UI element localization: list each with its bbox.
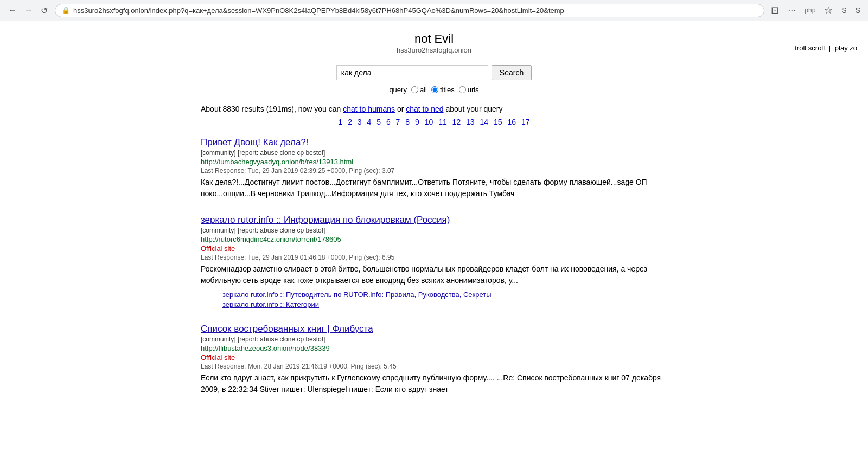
results-summary: About 8830 results (191ms), now you can — [201, 105, 341, 113]
browser-actions: ⊡ ··· php ☆ S S — [769, 3, 863, 17]
page-link-15[interactable]: 15 — [494, 118, 502, 126]
troll-scroll-link[interactable]: troll scroll — [795, 44, 825, 52]
result-url-link-1[interactable]: http://tumbachegvyaadyq.onion/b/res/1391… — [201, 158, 353, 166]
all-radio[interactable] — [411, 86, 418, 93]
pagination: 1 2 3 4 5 6 7 8 9 10 11 12 13 14 15 16 1… — [201, 118, 667, 126]
result-item-1: Привет Двощ! Как дела?![community] [repo… — [201, 137, 667, 199]
profile-button[interactable]: S — [839, 5, 848, 16]
lock-icon: 🔒 — [62, 7, 70, 14]
search-bar: Search — [201, 65, 667, 80]
forward-button[interactable]: → — [22, 4, 36, 16]
result-url-1: http://tumbachegvyaadyq.onion/b/res/1391… — [201, 158, 667, 166]
star-button[interactable]: ☆ — [822, 3, 835, 17]
page-link-4[interactable]: 4 — [367, 118, 372, 126]
result-ping-1: Last Response: Tue, 29 Jan 2019 02:39:25… — [201, 167, 667, 175]
sub-result-link-2-1[interactable]: зеркало rutor.info :: Категории — [222, 300, 667, 308]
more-button[interactable]: ··· — [786, 4, 798, 17]
result-title-link-3[interactable]: Список востребованных книг | Флибуста — [201, 324, 373, 334]
page-link-2[interactable]: 2 — [348, 118, 352, 126]
reload-button[interactable]: ↺ — [38, 4, 50, 17]
result-official-3: Official site — [201, 353, 667, 362]
page-link-17[interactable]: 17 — [521, 118, 530, 126]
page-link-1[interactable]: 1 — [338, 118, 342, 126]
result-ping-2: Last Response: Tue, 29 Jan 2019 01:46:18… — [201, 254, 667, 261]
result-url-2: http://rutorc6mqdinc4cz.onion/torrent/17… — [201, 235, 667, 243]
extensions-button[interactable]: ⊡ — [769, 3, 781, 17]
titles-radio[interactable] — [431, 86, 438, 93]
address-bar[interactable]: 🔒 hss3uro2hsxfogfq.onion/index.php?q=как… — [55, 4, 764, 17]
or-text: or — [397, 105, 406, 113]
result-snippet-1: Как дела?!...Достигнут лимит постов...До… — [201, 177, 667, 199]
page-link-14[interactable]: 14 — [480, 118, 489, 126]
result-title-1: Привет Двощ! Как дела?! — [201, 137, 667, 148]
result-meta-2: [community] [report: abuse clone cp best… — [201, 227, 667, 234]
back-button[interactable]: ← — [5, 4, 20, 16]
result-ping-3: Last Response: Mon, 28 Jan 2019 21:46:19… — [201, 363, 667, 370]
sync-button[interactable]: S — [853, 5, 863, 16]
page-link-13[interactable]: 13 — [466, 118, 475, 126]
play-zo-link[interactable]: play zo — [835, 44, 857, 52]
results-suffix: about your query — [445, 105, 502, 113]
result-title-link-1[interactable]: Привет Двощ! Как дела?! — [201, 137, 309, 147]
site-title: not Evil — [201, 32, 667, 46]
search-input[interactable] — [336, 65, 488, 80]
page-content: not Evil hss3uro2hsxfogfq.onion Search q… — [190, 21, 678, 421]
browser-chrome: ← → ↺ 🔒 hss3uro2hsxfogfq.onion/index.php… — [0, 0, 868, 21]
result-url-link-2[interactable]: http://rutorc6mqdinc4cz.onion/torrent/17… — [201, 235, 341, 243]
sub-results-2: зеркало rutor.info :: Путеводитель по RU… — [222, 291, 667, 308]
php-icon: php — [802, 5, 818, 15]
site-header: not Evil hss3uro2hsxfogfq.onion — [201, 32, 667, 54]
results-container: Привет Двощ! Как дела?![community] [repo… — [201, 137, 667, 395]
result-title-link-2[interactable]: зеркало rutor.info :: Информация по блок… — [201, 215, 450, 225]
result-snippet-3: Если кто вдруг знает, как прикрутить к Г… — [201, 372, 667, 395]
result-title-3: Список востребованных книг | Флибуста — [201, 324, 667, 334]
chat-to-ned-link[interactable]: chat to ned — [406, 105, 443, 113]
all-option[interactable]: all — [411, 86, 427, 94]
page-link-16[interactable]: 16 — [507, 118, 516, 126]
page-link-10[interactable]: 10 — [425, 118, 433, 126]
result-snippet-2: Роскомнадзор заметно сливает в этой битв… — [201, 263, 667, 286]
page-link-3[interactable]: 3 — [358, 118, 362, 126]
result-item-3: Список востребованных книг | Флибуста[co… — [201, 324, 667, 395]
search-button[interactable]: Search — [492, 65, 532, 80]
result-official-2: Official site — [201, 244, 667, 253]
search-options: query all titles urls — [201, 86, 667, 94]
result-url-link-3[interactable]: http://flibustahezeous3.onion/node/38339 — [201, 344, 330, 352]
page-link-7[interactable]: 7 — [396, 118, 400, 126]
query-label: query — [389, 86, 407, 94]
sub-result-link-2-0[interactable]: зеркало rutor.info :: Путеводитель по RU… — [222, 291, 667, 299]
separator: | — [829, 44, 831, 52]
result-url-3: http://flibustahezeous3.onion/node/38339 — [201, 344, 667, 352]
titles-option[interactable]: titles — [431, 86, 455, 94]
page-link-12[interactable]: 12 — [452, 118, 461, 126]
page-link-9[interactable]: 9 — [415, 118, 419, 126]
urls-option[interactable]: urls — [459, 86, 479, 94]
site-url: hss3uro2hsxfogfq.onion — [201, 46, 667, 54]
result-meta-3: [community] [report: abuse clone cp best… — [201, 335, 667, 343]
address-text: hss3uro2hsxfogfq.onion/index.php?q=как+д… — [73, 7, 757, 15]
page-link-11[interactable]: 11 — [438, 118, 447, 126]
urls-radio[interactable] — [459, 86, 466, 93]
page-link-5[interactable]: 5 — [376, 118, 381, 126]
results-info: About 8830 results (191ms), now you can … — [201, 105, 667, 113]
nav-buttons: ← → ↺ — [5, 4, 50, 17]
top-right-links: troll scroll | play zo — [795, 44, 857, 52]
result-item-2: зеркало rutor.info :: Информация по блок… — [201, 215, 667, 308]
page-link-6[interactable]: 6 — [386, 118, 391, 126]
result-title-2: зеркало rutor.info :: Информация по блок… — [201, 215, 667, 225]
page-link-8[interactable]: 8 — [405, 118, 410, 126]
chat-to-humans-link[interactable]: chat to humans — [343, 105, 395, 113]
result-meta-1: [community] [report: abuse clone cp best… — [201, 149, 667, 157]
